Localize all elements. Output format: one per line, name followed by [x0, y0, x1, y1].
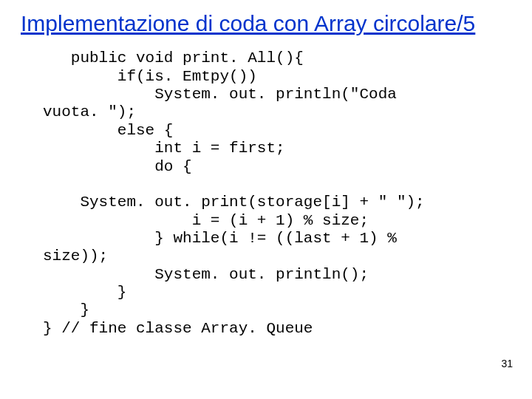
code-block: public void print. All(){ if(is. Emtpy()…	[21, 50, 511, 338]
slide: Implementazione di coda con Array circol…	[0, 0, 532, 399]
slide-title: Implementazione di coda con Array circol…	[21, 10, 511, 36]
page-number: 31	[501, 358, 513, 369]
